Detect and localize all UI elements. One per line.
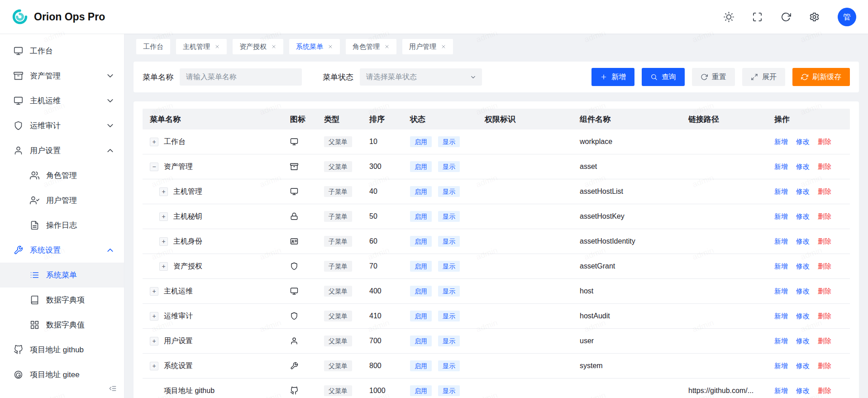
tab-5[interactable]: 用户管理 [402, 39, 453, 54]
row-action-edit[interactable]: 修改 [796, 337, 810, 345]
row-action-edit[interactable]: 修改 [796, 163, 810, 171]
list-icon [30, 270, 39, 280]
table-row: +主机管理子菜单40启用显示assetHostList新增修改删除 [143, 179, 850, 204]
row-action-add[interactable]: 新增 [774, 187, 788, 196]
row-action-add[interactable]: 新增 [774, 262, 788, 271]
sidebar-item[interactable]: 用户设置 [0, 138, 124, 163]
row-action-delete[interactable]: 删除 [818, 287, 831, 296]
tab-3[interactable]: 系统菜单 [289, 39, 340, 54]
fullscreen-icon[interactable] [752, 12, 763, 22]
tab-2[interactable]: 资产授权 [233, 39, 283, 54]
row-action-add[interactable]: 新增 [774, 138, 788, 146]
sidebar-subitem[interactable]: 数据字典项 [0, 288, 124, 312]
order-cell: 10 [369, 138, 377, 146]
tab-0[interactable]: 工作台 [136, 39, 170, 54]
row-action-add[interactable]: 新增 [774, 212, 788, 221]
sidebar-item[interactable]: 工作台 [0, 38, 124, 63]
sidebar-subitem[interactable]: 系统菜单 [0, 263, 124, 288]
book-icon [30, 295, 39, 305]
row-action-delete[interactable]: 删除 [818, 362, 831, 370]
refresh-icon[interactable] [781, 12, 791, 22]
chevron-down-icon [105, 71, 115, 81]
table-row: +主机运维父菜单400启用显示host新增修改删除 [143, 279, 850, 304]
tab-close-icon[interactable] [384, 44, 390, 49]
sidebar-item[interactable]: 项目地址 gitee [0, 362, 124, 387]
sidebar-item[interactable]: 资产管理 [0, 63, 124, 88]
sidebar-item[interactable]: 系统设置 [0, 238, 124, 263]
menu-status-select[interactable]: 请选择菜单状态 [360, 68, 482, 86]
visible-tag: 显示 [438, 336, 460, 346]
row-action-delete[interactable]: 删除 [818, 163, 831, 171]
row-action-add[interactable]: 新增 [774, 362, 788, 370]
sidebar-subitem[interactable]: 用户管理 [0, 188, 124, 213]
row-expander[interactable]: + [150, 312, 158, 321]
add-button[interactable]: 新增 [591, 68, 634, 86]
row-action-add[interactable]: 新增 [774, 312, 788, 321]
row-action-add[interactable]: 新增 [774, 237, 788, 246]
row-action-edit[interactable]: 修改 [796, 362, 810, 370]
row-action-delete[interactable]: 删除 [818, 138, 831, 146]
row-action-delete[interactable]: 删除 [818, 212, 831, 221]
tab-close-icon[interactable] [271, 44, 277, 49]
visible-tag: 显示 [438, 286, 460, 297]
table-row: +主机身份子菜单60启用显示assetHostIdentity新增修改删除 [143, 229, 850, 254]
tab-close-icon[interactable] [441, 44, 446, 49]
menu-name-input[interactable] [180, 68, 302, 86]
visible-tag: 显示 [438, 211, 460, 222]
component-cell: assetHostKey [580, 212, 625, 221]
sidebar-collapse-icon[interactable] [109, 384, 117, 393]
row-action-edit[interactable]: 修改 [796, 312, 810, 321]
settings-gear-icon[interactable] [809, 12, 820, 22]
row-action-edit[interactable]: 修改 [796, 237, 810, 246]
status-tag: 启用 [410, 336, 432, 346]
menu-name-cell: 主机身份 [173, 237, 202, 246]
row-expander[interactable]: + [150, 138, 158, 146]
tab-4[interactable]: 角色管理 [346, 39, 396, 54]
type-tag: 父菜单 [324, 161, 352, 172]
usercheck-icon [30, 196, 39, 205]
sidebar-item[interactable]: 项目地址 github [0, 337, 124, 362]
row-expander[interactable]: + [150, 287, 158, 296]
reset-button[interactable]: 重置 [692, 68, 735, 86]
app-logo: Orion Ops Pro [12, 9, 105, 25]
sidebar-item[interactable]: 主机运维 [0, 88, 124, 113]
row-expander[interactable]: + [159, 187, 168, 196]
expand-button[interactable]: 展开 [742, 68, 785, 86]
row-action-edit[interactable]: 修改 [796, 287, 810, 296]
visible-tag: 显示 [438, 261, 460, 272]
tab-close-icon[interactable] [215, 44, 220, 49]
sidebar-subitem[interactable]: 角色管理 [0, 163, 124, 188]
row-expander[interactable]: − [150, 163, 158, 171]
tab-close-icon[interactable] [328, 44, 333, 49]
type-tag: 子菜单 [324, 261, 352, 272]
row-action-edit[interactable]: 修改 [796, 187, 810, 196]
row-action-delete[interactable]: 删除 [818, 262, 831, 271]
row-expander[interactable]: + [150, 362, 158, 370]
row-expander[interactable]: + [159, 237, 168, 246]
row-action-edit[interactable]: 修改 [796, 212, 810, 221]
row-expander[interactable]: + [150, 337, 158, 345]
sidebar-subitem[interactable]: 数据字典值 [0, 312, 124, 337]
row-action-delete[interactable]: 删除 [818, 237, 831, 246]
refresh-cache-button[interactable]: 刷新缓存 [792, 68, 850, 86]
row-expander[interactable]: + [159, 212, 168, 221]
row-action-edit[interactable]: 修改 [796, 387, 810, 395]
row-action-add[interactable]: 新增 [774, 387, 788, 395]
theme-toggle-icon[interactable] [724, 12, 734, 22]
row-expander[interactable]: + [159, 262, 168, 271]
row-action-delete[interactable]: 删除 [818, 337, 831, 345]
row-action-edit[interactable]: 修改 [796, 138, 810, 146]
row-action-add[interactable]: 新增 [774, 287, 788, 296]
app-title: Orion Ops Pro [34, 11, 105, 23]
search-button[interactable]: 查询 [642, 68, 685, 86]
sidebar-subitem[interactable]: 操作日志 [0, 213, 124, 238]
tab-1[interactable]: 主机管理 [176, 39, 227, 54]
row-action-add[interactable]: 新增 [774, 163, 788, 171]
row-action-delete[interactable]: 删除 [818, 187, 831, 196]
row-action-add[interactable]: 新增 [774, 337, 788, 345]
user-avatar[interactable]: 管 [838, 8, 856, 26]
sidebar-item[interactable]: 运维审计 [0, 113, 124, 138]
row-action-delete[interactable]: 删除 [818, 387, 831, 395]
row-action-edit[interactable]: 修改 [796, 262, 810, 271]
row-action-delete[interactable]: 删除 [818, 312, 831, 321]
